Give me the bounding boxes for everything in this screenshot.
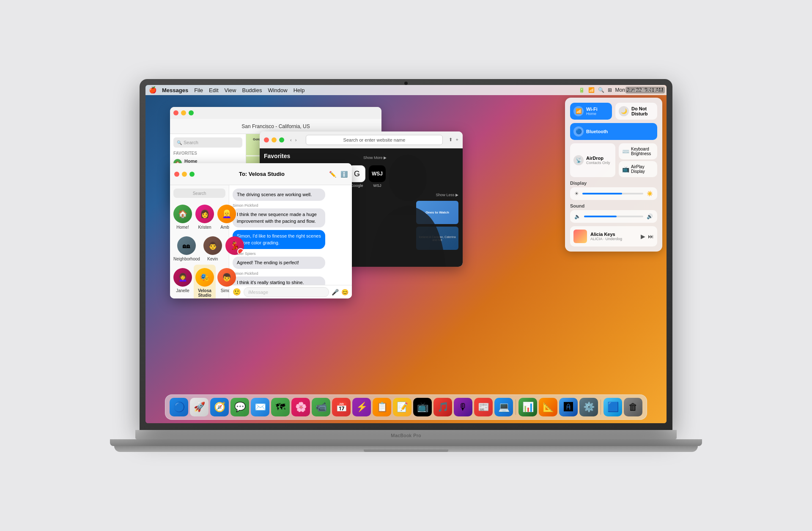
menu-edit[interactable]: Edit	[209, 87, 218, 93]
cc-sound-slider[interactable]	[584, 216, 643, 217]
dock-calendar[interactable]: 📅	[332, 398, 351, 416]
contact-janelle-name: Janelle	[176, 288, 189, 293]
contact-neighborhood[interactable]: 🏘 Neighborhood	[172, 233, 202, 265]
safari-back-btn[interactable]: ‹	[290, 137, 292, 142]
maps-min-btn[interactable]	[181, 110, 186, 115]
msg-4-bubble: Agreed! The ending is perfect!	[233, 257, 325, 269]
cc-dnd-tile[interactable]: 🌙 Do Not Disturb	[615, 103, 657, 120]
dock-photos[interactable]: 🌸	[291, 398, 310, 416]
messages-max-btn[interactable]	[189, 172, 195, 177]
messages-search-placeholder: Search	[193, 191, 206, 196]
dock-notes[interactable]: 📝	[393, 398, 411, 416]
menu-view[interactable]: View	[225, 87, 236, 93]
safari-forward-btn[interactable]: ›	[295, 137, 297, 142]
dock-finder[interactable]: 🔵	[170, 398, 188, 416]
messages-close-btn[interactable]	[174, 172, 179, 177]
macbook-bottom-bar: MacBook Pro	[135, 430, 677, 439]
cc-display-slider[interactable]	[582, 193, 643, 194]
cc-display-slider-row: ☀ ☀️	[570, 187, 657, 200]
dock-facetime[interactable]: 📹	[312, 398, 330, 416]
msg-4-sender: Amber Spiers	[233, 252, 348, 256]
messages-info-btn[interactable]: ℹ️	[340, 171, 348, 178]
dock-sysprefs[interactable]: ⚙️	[579, 398, 598, 416]
dock-launchpad[interactable]: 🚀	[190, 398, 208, 416]
search-icon[interactable]: 🔍	[598, 87, 604, 93]
dnd-cc-icon: 🌙	[619, 106, 629, 116]
contact-velosa[interactable]: 🎭 Velosa Studio	[194, 265, 216, 298]
cc-wifi-tile[interactable]: 📶 Wi-Fi Home	[570, 103, 612, 120]
dock-trash[interactable]: 🗑	[624, 398, 642, 416]
chat-memoji-btn[interactable]: 🙂	[233, 288, 241, 296]
messages-window: To: Velosa Studio ✏️ ℹ️ Search	[170, 163, 352, 298]
wifi-icon[interactable]: 📶	[588, 87, 595, 93]
contact-kristen[interactable]: 👩 Kristen	[194, 201, 216, 233]
cc-bluetooth-tile[interactable]: 🔵 Bluetooth	[570, 123, 657, 140]
msg-4: Amber Spiers Agreed! The ending is perfe…	[233, 252, 348, 269]
safari-close-btn[interactable]	[264, 137, 269, 142]
dock-appstore[interactable]: 🅰	[559, 398, 578, 416]
maps-search[interactable]: 🔍 Search	[173, 137, 242, 148]
messages-search: Search	[170, 185, 229, 201]
camera	[404, 82, 408, 85]
cc-airplay-display-tile[interactable]: 📺 AirPlay Display	[619, 161, 657, 177]
maps-max-btn[interactable]	[189, 110, 194, 115]
messages-min-btn[interactable]	[182, 172, 187, 177]
cc-row-2: 🔵 Bluetooth	[570, 123, 657, 140]
safari-min-btn[interactable]	[272, 137, 277, 142]
contact-kevin[interactable]: 👨 Kevin	[202, 233, 224, 265]
safari-max-btn[interactable]	[279, 137, 284, 142]
cc-sound-label: Sound	[570, 203, 657, 208]
dock-shortcuts[interactable]: ⚡	[352, 398, 371, 416]
chat-emoji-btn[interactable]: 😊	[341, 289, 348, 296]
cc-keyboard-brightness-tile[interactable]: ⌨️ Keyboard Brightness	[619, 143, 657, 159]
dock-reminders[interactable]: 📋	[373, 398, 391, 416]
safari-url-bar[interactable]: Search or enter website name	[306, 135, 442, 145]
dock-music[interactable]: 🎵	[433, 398, 452, 416]
maps-close-btn[interactable]	[173, 110, 178, 115]
chat-dictation-btn[interactable]: 🎤	[332, 289, 339, 296]
apple-logo-icon[interactable]: 🍎	[149, 86, 157, 94]
macbook-base	[114, 446, 698, 452]
safari-share-btn[interactable]: ⬆	[449, 137, 453, 142]
dock-keynote[interactable]: 📐	[539, 398, 557, 416]
dock-numbers[interactable]: 📊	[518, 398, 537, 416]
messages-search-box[interactable]: Search	[173, 189, 225, 198]
msg-5-sender: Simon Pickford	[233, 271, 348, 276]
menu-buddies[interactable]: Buddies	[242, 87, 262, 93]
contact-home[interactable]: 🏠 Home!	[172, 201, 194, 233]
dock-podcasts[interactable]: 🎙	[454, 398, 472, 416]
dock-tv[interactable]: 📺	[413, 398, 432, 416]
safari-add-tab-btn[interactable]: +	[456, 137, 458, 142]
menu-messages[interactable]: Messages	[162, 87, 188, 93]
dock-messages[interactable]: 💬	[230, 398, 249, 416]
chat-input-box[interactable]: iMessage	[244, 287, 329, 297]
messages-compose-btn[interactable]: ✏️	[329, 171, 336, 178]
contact-simon-avatar: 👦	[217, 268, 236, 287]
screen-bezel: www.MacW.com 🍎 Messages File Edit View B…	[140, 79, 672, 430]
cc-airdrop-tile[interactable]: 📡 AirDrop Contacts Only	[570, 143, 615, 177]
chat-messages: The driving scenes are working well. Sim…	[229, 185, 352, 285]
cc-music-next-btn[interactable]: ⏭	[648, 233, 654, 240]
contact-neighborhood-name: Neighborhood	[173, 257, 200, 261]
menu-window[interactable]: Window	[268, 87, 287, 93]
dock-sidecar[interactable]: 💻	[494, 398, 513, 416]
cc-music-title: Alicia Keys	[590, 232, 637, 237]
dock-news[interactable]: 📰	[474, 398, 493, 416]
cc-display-fill	[582, 193, 622, 194]
msg-1-bubble: The driving scenes are working well.	[233, 189, 325, 201]
cc-music-album-art	[573, 230, 587, 243]
airdrop-cc-icon: 📡	[573, 155, 584, 165]
menu-file[interactable]: File	[194, 87, 203, 93]
menu-help[interactable]: Help	[294, 87, 305, 93]
contact-janelle[interactable]: 👩‍🦱 Janelle	[172, 265, 194, 298]
control-center-icon[interactable]: ⊞	[608, 87, 612, 93]
cc-music-play-btn[interactable]: ▶	[641, 233, 645, 240]
contact-row-1: 🏠 Home! 👩 Kristen	[170, 201, 229, 233]
dock-mail[interactable]: ✉️	[251, 398, 269, 416]
safari-titlebar: ‹ › Search or enter website name ⬆ +	[260, 131, 463, 148]
cc-sound-fill	[584, 216, 617, 217]
msg-5: Simon Pickford I think it's really start…	[233, 271, 348, 285]
dock-maps[interactable]: 🗺	[271, 398, 290, 416]
dock-finder2[interactable]: 🟦	[604, 398, 622, 416]
dock-safari[interactable]: 🧭	[210, 398, 229, 416]
